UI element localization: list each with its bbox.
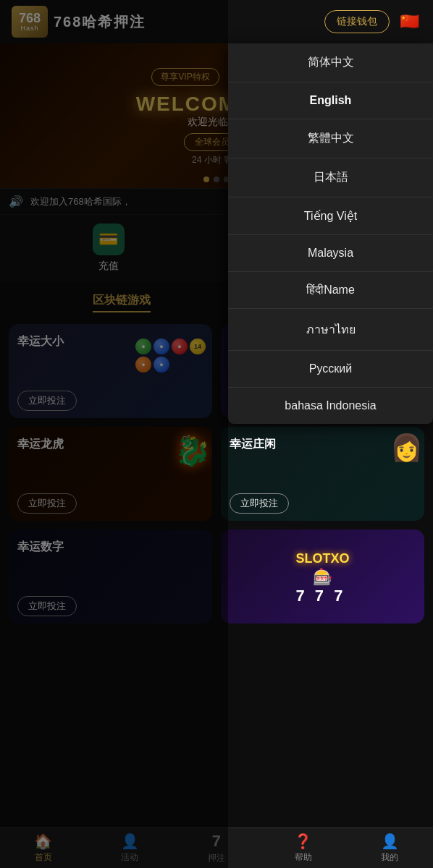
lang-option-ms[interactable]: Malaysia [228, 235, 433, 272]
lang-option-th[interactable]: ภาษาไทย [228, 309, 433, 351]
lang-option-vi[interactable]: Tiếng Việt [228, 197, 433, 235]
lang-option-zh-cn[interactable]: 简体中文 [228, 43, 433, 82]
lang-option-zh-tw[interactable]: 繁體中文 [228, 119, 433, 158]
lang-option-id[interactable]: bahasa Indonesia [228, 388, 433, 424]
lang-dimmer[interactable] [0, 0, 228, 868]
lang-option-en[interactable]: English [228, 82, 433, 119]
language-overlay: 简体中文 English 繁體中文 日本語 Tiếng Việt Malaysi… [0, 0, 433, 868]
lang-option-hi[interactable]: हिंदीName [228, 272, 433, 309]
lang-option-ja[interactable]: 日本語 [228, 158, 433, 197]
language-dropdown: 简体中文 English 繁體中文 日本語 Tiếng Việt Malaysi… [228, 43, 433, 424]
lang-option-ru[interactable]: Русский [228, 351, 433, 388]
